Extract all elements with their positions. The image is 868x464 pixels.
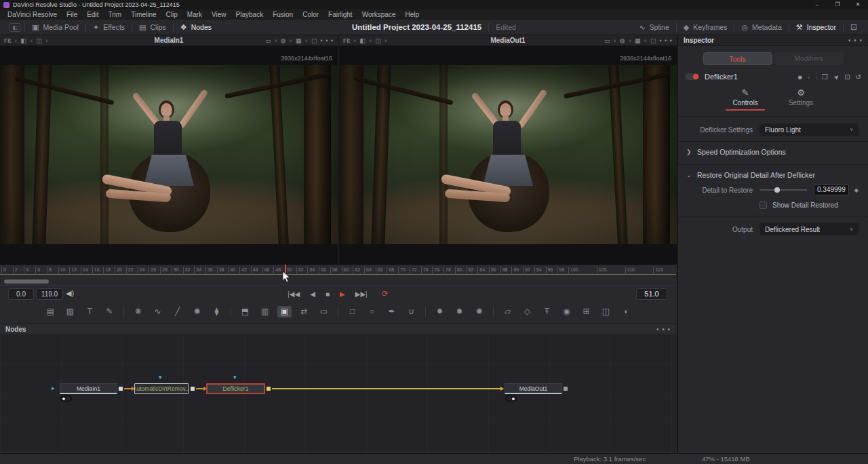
viewer-options-icon[interactable]: • • • (321, 37, 334, 44)
paint-icon[interactable]: ✎ (102, 306, 117, 317)
close-button[interactable]: ✕ (848, 0, 868, 9)
expand-icon[interactable]: ▢ (311, 37, 317, 44)
roi-icon[interactable]: ▭ (265, 37, 271, 44)
merge-3d-icon[interactable]: ◉ (559, 306, 574, 317)
color-curves-icon[interactable]: ∿ (151, 306, 165, 317)
play-reverse-button[interactable]: ◀ (310, 288, 315, 300)
subtab-controls[interactable]: ✎ Controls (726, 88, 765, 111)
media-icon[interactable]: ▣ (277, 306, 292, 317)
viewer-assign-dots[interactable] (60, 395, 72, 402)
cube-3d-icon[interactable]: ⊞ (579, 306, 593, 317)
slider-handle[interactable] (774, 187, 780, 193)
fast-noise-icon[interactable]: ▨ (63, 306, 77, 317)
stop-button[interactable]: ■ (326, 288, 330, 300)
spline-button[interactable]: ∿Spline (632, 20, 675, 35)
nodes-button[interactable]: ❖Nodes (174, 20, 218, 35)
menu-clip[interactable]: Clip (161, 9, 182, 20)
left-viewer-canvas[interactable]: 3936x2144xfloat16 (0, 46, 338, 265)
color-corrector-icon[interactable]: ⧫ (210, 306, 224, 317)
chevron-down-icon[interactable]: ∨ (274, 38, 277, 43)
menu-workspace[interactable]: Workspace (357, 9, 401, 20)
ab-compare-icon[interactable]: ◧ (20, 37, 26, 44)
p-emitter-icon[interactable]: ✸ (433, 306, 447, 317)
tab-tools[interactable]: Tools (703, 52, 772, 65)
section-speed-optimization[interactable]: ❯ Speed Optimization Options (678, 144, 868, 159)
node-output-port[interactable] (119, 387, 123, 391)
lut-icon[interactable]: ◍ (281, 37, 286, 44)
tab-modifiers[interactable]: Modifiers (774, 52, 844, 65)
panel-toggle-icon[interactable]: ◧ (9, 23, 20, 32)
viewer-assign-dots[interactable] (505, 395, 517, 402)
checker-icon[interactable]: ▦ (635, 37, 641, 44)
expand-icon[interactable]: ▢ (650, 37, 656, 44)
ab-compare-icon[interactable]: ◧ (359, 37, 366, 44)
ellipse-mask-icon[interactable]: ○ (365, 306, 379, 317)
detail-to-restore-value[interactable]: 0.349999 (814, 185, 849, 195)
chevron-down-icon[interactable]: ∨ (290, 38, 292, 43)
roi-icon[interactable]: ▭ (604, 37, 610, 44)
node-graph[interactable]: ▸MediaIn1AutomaticDirtRemov...Deflicker1… (0, 335, 676, 453)
fit-dropdown[interactable]: Fit (4, 37, 11, 44)
timeline-scrollbar[interactable] (4, 279, 49, 284)
deflicker-settings-dropdown[interactable]: Fluoro Light ∨ (760, 123, 859, 136)
chevron-down-icon[interactable]: ∨ (45, 38, 48, 43)
node-automaticdirtremoval[interactable]: AutomaticDirtRemov... (134, 383, 189, 394)
crop-icon[interactable]: ▭ (317, 306, 331, 317)
menu-fusion[interactable]: Fusion (268, 9, 298, 20)
reset-icon[interactable]: ↺ (856, 73, 861, 81)
blur-icon[interactable]: ❋ (131, 306, 145, 317)
first-frame-button[interactable]: |◀◀ (288, 288, 300, 300)
polygon-mask-icon[interactable]: ✒ (384, 306, 399, 317)
show-detail-restored-checkbox[interactable] (760, 201, 767, 209)
chevron-down-icon[interactable]: ∨ (353, 38, 356, 43)
node-deflicker1[interactable]: Deflicker1 (206, 383, 265, 394)
minimize-button[interactable]: – (807, 0, 827, 9)
timeline-ruler[interactable]: 0246810121416182022242628303234363840424… (0, 265, 676, 274)
node-output-port[interactable] (267, 387, 271, 391)
current-frame-field[interactable]: 51.0 (636, 288, 667, 300)
range-out-field[interactable]: 119.0 (36, 288, 63, 300)
chevron-down-icon[interactable]: ∨ (369, 38, 372, 43)
chevron-down-icon[interactable]: ∨ (629, 38, 631, 43)
effects-button[interactable]: ✦Effects (86, 20, 132, 35)
image-plane-3d-icon[interactable]: ▱ (500, 306, 515, 317)
chevron-down-icon[interactable]: ∨ (384, 38, 387, 43)
menu-mark[interactable]: Mark (182, 9, 207, 20)
p-render-icon[interactable]: ✺ (472, 306, 486, 317)
versions-icon[interactable]: ❐ (822, 73, 828, 81)
subtab-settings[interactable]: ⚙ Settings (781, 88, 821, 111)
hue-curves-icon[interactable]: ╱ (170, 306, 184, 317)
menu-file[interactable]: File (62, 9, 82, 20)
menu-timeline[interactable]: Timeline (126, 9, 161, 20)
split-wipe-icon[interactable]: ◫ (375, 37, 381, 44)
text-plus-icon[interactable]: T (83, 306, 97, 317)
shape-3d-icon[interactable]: ◇ (520, 306, 534, 317)
brightness-contrast-icon[interactable]: ✺ (190, 306, 204, 317)
section-restore-detail[interactable]: ⌄ Restore Original Detail After Deflicke… (678, 168, 868, 182)
chevron-down-icon[interactable]: ∨ (807, 75, 810, 79)
inspector-options-icon[interactable]: • • • (848, 37, 863, 44)
inspector-button[interactable]: ⚒Inspector (789, 20, 843, 35)
range-in-field[interactable]: 0.0 (8, 288, 34, 300)
p-merge-icon[interactable]: ✹ (452, 306, 467, 317)
cleanfeed-monitor-icon[interactable]: ⊡ (844, 20, 864, 35)
background-icon[interactable]: ▤ (43, 306, 58, 317)
node-output-port[interactable] (564, 387, 568, 391)
node-enable-toggle[interactable] (685, 73, 699, 80)
menu-playback[interactable]: Playback (231, 9, 269, 20)
right-viewer-canvas[interactable]: 3936x2144xfloat16 (339, 46, 677, 265)
chevron-down-icon[interactable]: ∨ (305, 38, 308, 43)
bspline-mask-icon[interactable]: ∪ (404, 306, 418, 317)
loop-button[interactable]: ⟳ (382, 288, 389, 300)
chevron-down-icon[interactable]: ∨ (30, 38, 33, 43)
menu-color[interactable]: Color (298, 9, 323, 20)
text-3d-icon[interactable]: Ŧ (540, 306, 554, 317)
detail-to-restore-slider[interactable] (760, 189, 807, 191)
menu-help[interactable]: Help (400, 9, 424, 20)
split-wipe-icon[interactable]: ◫ (36, 37, 42, 44)
lut-icon[interactable]: ◍ (620, 37, 625, 44)
chevron-down-icon[interactable]: ∨ (14, 38, 17, 43)
checker-icon[interactable]: ▦ (296, 37, 302, 44)
node-output-port[interactable] (191, 387, 195, 391)
camera-3d-icon[interactable]: ◫ (599, 306, 613, 317)
